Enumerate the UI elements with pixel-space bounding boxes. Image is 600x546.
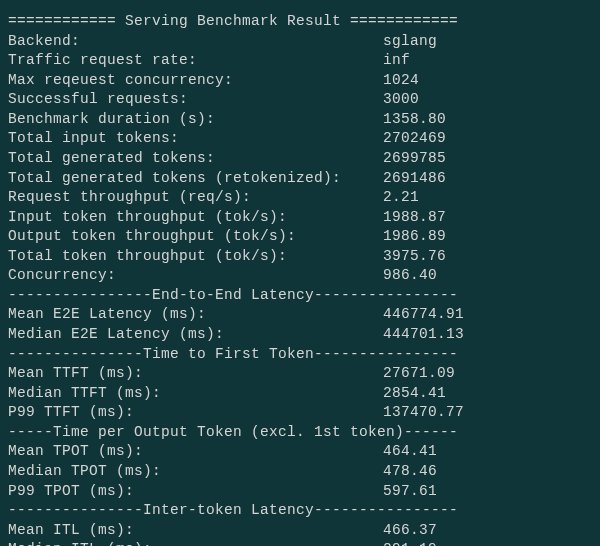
main-row: Input token throughput (tok/s):1988.87	[8, 208, 592, 228]
main-row: Request throughput (req/s):2.21	[8, 188, 592, 208]
metric-value: 444701.13	[383, 325, 464, 345]
metric-value: 2691486	[383, 169, 446, 189]
metric-label: Median ITL (ms):	[8, 540, 383, 546]
tpot-row: Mean TPOT (ms):464.41	[8, 442, 592, 462]
main-row: Backend:sglang	[8, 32, 592, 52]
main-row: Max reqeuest concurrency:1024	[8, 71, 592, 91]
metric-label: Total input tokens:	[8, 129, 383, 149]
main-row: Total generated tokens (retokenized):269…	[8, 169, 592, 189]
benchmark-header: ============ Serving Benchmark Result ==…	[8, 12, 592, 32]
metric-label: Total generated tokens:	[8, 149, 383, 169]
metric-label: Mean E2E Latency (ms):	[8, 305, 383, 325]
metric-label: Total generated tokens (retokenized):	[8, 169, 383, 189]
section-e2e-latency: ----------------End-to-End Latency------…	[8, 286, 592, 306]
metric-label: Backend:	[8, 32, 383, 52]
e2e-row: Median E2E Latency (ms):444701.13	[8, 325, 592, 345]
ttft-row: Mean TTFT (ms):27671.09	[8, 364, 592, 384]
ttft-metrics: Mean TTFT (ms):27671.09Median TTFT (ms):…	[8, 364, 592, 423]
metric-value: 466.37	[383, 521, 437, 541]
metric-value: 2699785	[383, 149, 446, 169]
metric-label: Successful requests:	[8, 90, 383, 110]
section-itl: ---------------Inter-token Latency------…	[8, 501, 592, 521]
metric-value: 137470.77	[383, 403, 464, 423]
metric-value: 1986.89	[383, 227, 446, 247]
metric-label: Median E2E Latency (ms):	[8, 325, 383, 345]
metric-label: Output token throughput (tok/s):	[8, 227, 383, 247]
main-row: Concurrency:986.40	[8, 266, 592, 286]
metric-label: Max reqeuest concurrency:	[8, 71, 383, 91]
metric-value: sglang	[383, 32, 437, 52]
metric-value: 2702469	[383, 129, 446, 149]
metric-label: P99 TPOT (ms):	[8, 482, 383, 502]
metric-value: 3000	[383, 90, 419, 110]
ttft-row: Median TTFT (ms):2854.41	[8, 384, 592, 404]
main-row: Total input tokens:2702469	[8, 129, 592, 149]
metric-label: Request throughput (req/s):	[8, 188, 383, 208]
main-row: Output token throughput (tok/s):1986.89	[8, 227, 592, 247]
metric-label: Input token throughput (tok/s):	[8, 208, 383, 228]
main-row: Successful requests:3000	[8, 90, 592, 110]
metric-label: Mean TTFT (ms):	[8, 364, 383, 384]
metric-value: 478.46	[383, 462, 437, 482]
metric-value: 464.41	[383, 442, 437, 462]
metric-label: P99 TTFT (ms):	[8, 403, 383, 423]
main-row: Total generated tokens:2699785	[8, 149, 592, 169]
main-row: Traffic request rate:inf	[8, 51, 592, 71]
metric-value: 1358.80	[383, 110, 446, 130]
e2e-row: Mean E2E Latency (ms):446774.91	[8, 305, 592, 325]
ttft-row: P99 TTFT (ms):137470.77	[8, 403, 592, 423]
main-row: Total token throughput (tok/s):3975.76	[8, 247, 592, 267]
e2e-metrics: Mean E2E Latency (ms):446774.91Median E2…	[8, 305, 592, 344]
tpot-metrics: Mean TPOT (ms):464.41Median TPOT (ms):47…	[8, 442, 592, 501]
metric-label: Median TPOT (ms):	[8, 462, 383, 482]
metric-value: 3975.76	[383, 247, 446, 267]
section-ttft: ---------------Time to First Token------…	[8, 345, 592, 365]
metric-value: 2.21	[383, 188, 419, 208]
metric-value: 1024	[383, 71, 419, 91]
metric-value: inf	[383, 51, 410, 71]
metric-value: 291.19	[383, 540, 437, 546]
itl-metrics: Mean ITL (ms):466.37Median ITL (ms):291.…	[8, 521, 592, 546]
main-row: Benchmark duration (s):1358.80	[8, 110, 592, 130]
tpot-row: Median TPOT (ms):478.46	[8, 462, 592, 482]
metric-value: 27671.09	[383, 364, 455, 384]
metric-value: 597.61	[383, 482, 437, 502]
metric-label: Benchmark duration (s):	[8, 110, 383, 130]
metric-value: 2854.41	[383, 384, 446, 404]
metric-label: Total token throughput (tok/s):	[8, 247, 383, 267]
tpot-row: P99 TPOT (ms):597.61	[8, 482, 592, 502]
itl-row: Median ITL (ms):291.19	[8, 540, 592, 546]
metric-value: 1988.87	[383, 208, 446, 228]
metric-label: Mean ITL (ms):	[8, 521, 383, 541]
metric-label: Concurrency:	[8, 266, 383, 286]
itl-row: Mean ITL (ms):466.37	[8, 521, 592, 541]
main-metrics: Backend:sglangTraffic request rate:infMa…	[8, 32, 592, 286]
metric-label: Traffic request rate:	[8, 51, 383, 71]
metric-label: Mean TPOT (ms):	[8, 442, 383, 462]
metric-value: 446774.91	[383, 305, 464, 325]
metric-label: Median TTFT (ms):	[8, 384, 383, 404]
section-tpot: -----Time per Output Token (excl. 1st to…	[8, 423, 592, 443]
metric-value: 986.40	[383, 266, 437, 286]
